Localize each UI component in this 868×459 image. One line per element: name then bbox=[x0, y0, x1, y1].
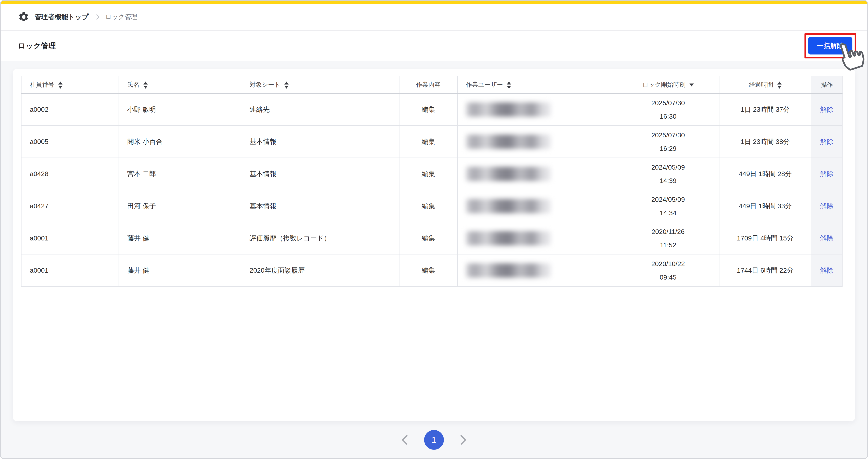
cell-work-user bbox=[458, 222, 617, 254]
release-link[interactable]: 解除 bbox=[820, 106, 834, 113]
cell-sheet: 基本情報 bbox=[241, 190, 399, 222]
sort-icon[interactable] bbox=[144, 82, 148, 89]
annotation-highlight-box: 一括解除 bbox=[804, 33, 856, 58]
table-row: a0005 開米 小百合 基本情報 編集 2025/07/30 16:29 1日… bbox=[21, 125, 842, 158]
cell-work-user bbox=[458, 254, 617, 286]
cell-sheet: 連絡先 bbox=[241, 93, 399, 125]
col-header-action: 操作 bbox=[811, 76, 842, 93]
masked-user-email bbox=[466, 231, 551, 246]
cell-name: 田河 保子 bbox=[119, 190, 241, 222]
sort-desc-icon[interactable] bbox=[689, 84, 694, 86]
page-header: ロック管理 一括解除 bbox=[1, 31, 867, 61]
release-link[interactable]: 解除 bbox=[820, 170, 834, 177]
cell-name: 開米 小百合 bbox=[119, 125, 241, 158]
pagination-prev-icon[interactable] bbox=[402, 435, 412, 445]
lock-table: 社員番号 氏名 対象シート 作業内容 作業ユーザー bbox=[21, 76, 842, 287]
table-row: a0427 田河 保子 基本情報 編集 2024/05/09 14:34 449… bbox=[21, 190, 842, 222]
pagination-current-page[interactable]: 1 bbox=[424, 430, 444, 450]
cell-action: 解除 bbox=[811, 125, 842, 158]
table-header-row: 社員番号 氏名 対象シート 作業内容 作業ユーザー bbox=[21, 76, 842, 93]
cell-action: 解除 bbox=[811, 222, 842, 254]
cell-employee-id: a0428 bbox=[21, 158, 119, 190]
cell-sheet: 基本情報 bbox=[241, 158, 399, 190]
cell-sheet: 2020年度面談履歴 bbox=[241, 254, 399, 286]
release-link[interactable]: 解除 bbox=[820, 138, 834, 145]
col-header-name[interactable]: 氏名 bbox=[119, 76, 241, 93]
masked-user-email bbox=[466, 103, 551, 117]
lock-table-card: 社員番号 氏名 対象シート 作業内容 作業ユーザー bbox=[13, 69, 855, 421]
masked-user-email bbox=[466, 167, 551, 181]
col-header-sheet[interactable]: 対象シート bbox=[241, 76, 399, 93]
table-row: a0001 藤井 健 2020年度面談履歴 編集 2020/10/22 09:4… bbox=[21, 254, 842, 286]
cell-employee-id: a0002 bbox=[21, 93, 119, 125]
sort-icon[interactable] bbox=[58, 82, 63, 89]
masked-user-email bbox=[466, 135, 551, 149]
cell-work-user bbox=[458, 125, 617, 158]
breadcrumb-item-admin-top[interactable]: 管理者機能トップ bbox=[34, 12, 89, 22]
page-title: ロック管理 bbox=[18, 41, 56, 51]
pagination: 1 bbox=[1, 430, 867, 450]
sort-icon[interactable] bbox=[777, 82, 782, 89]
cell-elapsed: 1日 23時間 38分 bbox=[719, 125, 811, 158]
cell-lock-start: 2025/07/30 16:30 bbox=[617, 93, 719, 125]
bulk-release-button[interactable]: 一括解除 bbox=[808, 37, 852, 55]
cell-lock-start: 2025/07/30 16:29 bbox=[617, 125, 719, 158]
col-header-work-type: 作業内容 bbox=[399, 76, 458, 93]
cell-name: 藤井 健 bbox=[119, 222, 241, 254]
cell-name: 藤井 健 bbox=[119, 254, 241, 286]
app-window: 管理者機能トップ ロック管理 ロック管理 一括解除 bbox=[0, 0, 868, 459]
release-link[interactable]: 解除 bbox=[820, 266, 834, 274]
cell-employee-id: a0005 bbox=[21, 125, 119, 158]
col-header-lock-start[interactable]: ロック開始時刻 bbox=[617, 76, 719, 93]
cell-action: 解除 bbox=[811, 93, 842, 125]
cell-lock-start: 2024/05/09 14:39 bbox=[617, 158, 719, 190]
pagination-next-icon[interactable] bbox=[456, 435, 466, 445]
cell-elapsed: 1709日 4時間 15分 bbox=[719, 222, 811, 254]
cell-work-type: 編集 bbox=[399, 190, 458, 222]
cell-lock-start: 2020/10/22 09:45 bbox=[617, 254, 719, 286]
cell-work-user bbox=[458, 190, 617, 222]
masked-user-email bbox=[466, 263, 551, 278]
col-header-work-user[interactable]: 作業ユーザー bbox=[458, 76, 617, 93]
cell-lock-start: 2024/05/09 14:34 bbox=[617, 190, 719, 222]
breadcrumb-separator-icon bbox=[94, 14, 100, 20]
col-header-elapsed[interactable]: 経過時間 bbox=[719, 76, 811, 93]
cell-employee-id: a0427 bbox=[21, 190, 119, 222]
col-header-employee-id[interactable]: 社員番号 bbox=[21, 76, 119, 93]
breadcrumb-bar: 管理者機能トップ ロック管理 bbox=[1, 4, 867, 31]
cell-employee-id: a0001 bbox=[21, 254, 119, 286]
masked-user-email bbox=[466, 199, 551, 213]
table-row: a0001 藤井 健 評価履歴（複数レコード） 編集 2020/11/26 11… bbox=[21, 222, 842, 254]
gear-icon bbox=[18, 11, 29, 23]
cell-elapsed: 1日 23時間 37分 bbox=[719, 93, 811, 125]
cell-lock-start: 2020/11/26 11:52 bbox=[617, 222, 719, 254]
table-row: a0002 小野 敏明 連絡先 編集 2025/07/30 16:30 1日 2… bbox=[21, 93, 842, 125]
release-link[interactable]: 解除 bbox=[820, 234, 834, 242]
cell-action: 解除 bbox=[811, 254, 842, 286]
cell-work-user bbox=[458, 158, 617, 190]
cell-action: 解除 bbox=[811, 158, 842, 190]
cell-work-type: 編集 bbox=[399, 158, 458, 190]
cell-employee-id: a0001 bbox=[21, 222, 119, 254]
sort-icon[interactable] bbox=[507, 82, 511, 89]
cell-elapsed: 449日 1時間 28分 bbox=[719, 158, 811, 190]
breadcrumb-item-lock-management: ロック管理 bbox=[105, 12, 137, 21]
cell-work-user bbox=[458, 93, 617, 125]
cell-name: 宮本 二郎 bbox=[119, 158, 241, 190]
cell-work-type: 編集 bbox=[399, 254, 458, 286]
cell-work-type: 編集 bbox=[399, 93, 458, 125]
cell-action: 解除 bbox=[811, 190, 842, 222]
cell-name: 小野 敏明 bbox=[119, 93, 241, 125]
main-content: 社員番号 氏名 対象シート 作業内容 作業ユーザー bbox=[1, 61, 867, 450]
sort-icon[interactable] bbox=[284, 82, 289, 89]
cell-sheet: 評価履歴（複数レコード） bbox=[241, 222, 399, 254]
cell-elapsed: 449日 1時間 33分 bbox=[719, 190, 811, 222]
table-row: a0428 宮本 二郎 基本情報 編集 2024/05/09 14:39 449… bbox=[21, 158, 842, 190]
cell-work-type: 編集 bbox=[399, 125, 458, 158]
release-link[interactable]: 解除 bbox=[820, 202, 834, 210]
cell-sheet: 基本情報 bbox=[241, 125, 399, 158]
cell-elapsed: 1744日 6時間 22分 bbox=[719, 254, 811, 286]
brand-accent-bar bbox=[1, 1, 867, 4]
cell-work-type: 編集 bbox=[399, 222, 458, 254]
